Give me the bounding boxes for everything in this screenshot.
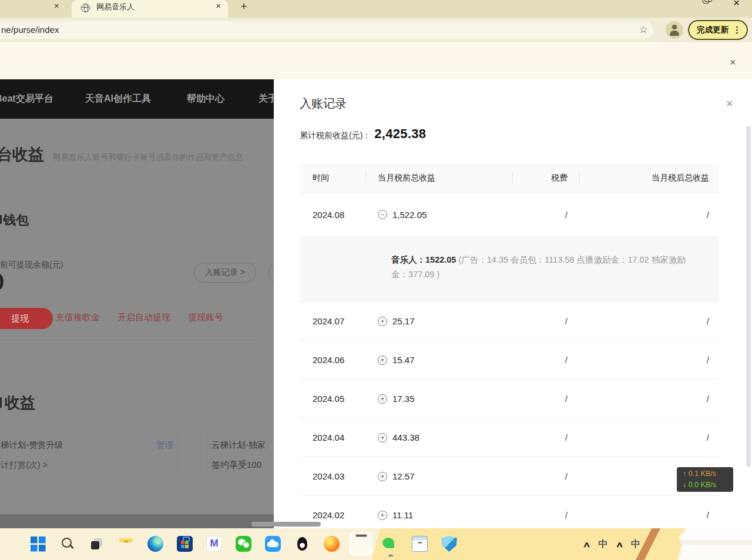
chrome-update-button[interactable]: 完成更新 ⋮ — [688, 20, 748, 40]
row-after-tax-value: / — [707, 432, 709, 442]
taskbar-icon-ms-store[interactable] — [177, 536, 193, 552]
table-row[interactable]: 2024.03+12.57// — [300, 457, 719, 496]
table-row[interactable]: 2024.06+15.47// — [300, 341, 719, 380]
taskbar-icon-task-view[interactable] — [89, 536, 105, 552]
close-icon[interactable]: × — [726, 97, 733, 110]
ime-indicator[interactable]: 中 — [599, 538, 608, 551]
wallpaper-highlight — [679, 528, 752, 560]
row-tax: / — [513, 341, 580, 379]
table-row[interactable]: 2024.04+443.38// — [300, 418, 719, 457]
income-records-button[interactable]: 入账记录 > — [194, 263, 256, 283]
bookmark-star-icon[interactable]: ☆ — [634, 21, 652, 39]
taskbar-icon-notepad[interactable] — [412, 536, 428, 552]
clipped-char-fragment — [0, 397, 2, 408]
row-amount: 443.38 — [392, 432, 419, 442]
taskbar-icon-search[interactable] — [59, 536, 75, 552]
tray-chevron-icon[interactable]: ∧ — [615, 540, 623, 549]
expand-icon[interactable]: + — [378, 433, 387, 442]
balance-value: 0 — [0, 270, 4, 295]
expand-icon[interactable]: + — [378, 511, 387, 520]
page-viewport: Beat交易平台天音AI创作工具帮助中心关于 台收益 网易音乐人账号和银行卡账号… — [0, 79, 752, 528]
collapse-icon[interactable]: − — [378, 210, 387, 219]
taskbar-icon-wecom[interactable] — [382, 536, 398, 552]
card-subtitle[interactable]: 计打赏(次) > — [1, 460, 48, 471]
balance-label: 前可提现余额(元) — [0, 260, 63, 270]
taskbar-icon-edge[interactable] — [147, 536, 163, 552]
row-after-tax: / — [580, 341, 719, 379]
total-income-value: 2,425.38 — [374, 126, 426, 142]
globe-favicon-icon — [81, 4, 90, 12]
card-title: 梯计划-赞赏升级 — [1, 440, 63, 451]
row-tax: / — [513, 457, 580, 495]
row-after-tax-value: / — [707, 510, 709, 520]
card-manage-link[interactable]: 管理 — [156, 440, 173, 451]
expand-icon[interactable]: + — [378, 356, 387, 365]
row-amount-cell: +443.38 — [366, 418, 513, 457]
nav-item-3[interactable]: 帮助中心 — [187, 93, 224, 105]
close-icon[interactable]: × — [54, 1, 59, 11]
table-row[interactable]: 2024.07+25.17// — [300, 302, 719, 341]
browser-infobar: × — [0, 42, 752, 79]
detail-lead: 音乐人：1522.05 — [391, 255, 458, 264]
taskbar-icon-baidu-netdisk[interactable] — [265, 536, 281, 552]
section-title: 台收益 — [0, 144, 44, 165]
browser-toolbar: ne/purse/index ☆ 完成更新 ⋮ — [0, 18, 752, 42]
update-label: 完成更新 — [697, 25, 728, 35]
wallet-link-3[interactable]: 提现账号 — [188, 312, 223, 323]
row-amount-cell: +25.17 — [366, 302, 513, 340]
row-expanded-detail: 音乐人：1522.05 (广告：14.35 会员包：1113.58 点播激励金：… — [300, 236, 719, 302]
window-close-button[interactable]: × — [733, 0, 740, 9]
card-subtitle[interactable]: 签约享受100 — [212, 460, 261, 471]
taskbar-icon-qq[interactable] — [294, 536, 310, 552]
row-tax: / — [513, 380, 580, 418]
download-speed: ↓ 0.0 KB/s — [683, 479, 733, 491]
close-icon[interactable]: × — [730, 56, 736, 69]
taskbar-icon-chrome[interactable] — [353, 536, 369, 552]
table-header: 时间当月税前总收益税费当月税后总收益 — [300, 163, 719, 193]
menu-dots-icon[interactable]: ⋮ — [733, 25, 741, 35]
profile-avatar[interactable] — [666, 21, 683, 39]
row-tax-value: / — [565, 394, 568, 404]
horizontal-scrollbar-thumb[interactable] — [251, 522, 321, 527]
clipped-pill-button[interactable] — [268, 263, 274, 283]
nav-item-1[interactable]: Beat交易平台 — [0, 93, 53, 105]
taskbar-icon-wechat[interactable] — [236, 536, 251, 552]
url-text: ne/purse/index — [1, 21, 59, 39]
system-tray: ∧中∧中 — [584, 528, 640, 560]
window-restore-button[interactable] — [703, 0, 709, 4]
address-bar[interactable]: ne/purse/index — [0, 21, 653, 39]
wallet-link-1[interactable]: 充值推歌金 — [56, 312, 100, 323]
wallet-link-2[interactable]: 开启自动提现 — [118, 312, 170, 323]
row-after-tax: / — [580, 302, 719, 340]
taskbar-icon-security-shield[interactable] — [441, 536, 457, 552]
taskbar-icon-marktext[interactable] — [206, 536, 222, 552]
table-row[interactable]: 2024.05+17.35// — [300, 380, 719, 418]
taskbar-icon-file-explorer[interactable] — [118, 536, 134, 552]
tray-chevron-icon[interactable]: ∧ — [583, 540, 591, 549]
expand-icon[interactable]: + — [378, 317, 387, 326]
browser-tab-active[interactable]: 网易音乐人 × — [72, 0, 228, 18]
expand-icon[interactable]: + — [378, 394, 387, 404]
row-tax: / — [513, 418, 580, 457]
vertical-scrollbar[interactable] — [746, 126, 751, 467]
new-tab-button[interactable]: + — [236, 0, 251, 14]
close-icon[interactable]: × — [216, 1, 221, 11]
table-row[interactable]: 2024.08−1,522.05// — [300, 193, 719, 236]
ime-indicator[interactable]: 中 — [631, 538, 640, 551]
nav-item-2[interactable]: 天音AI创作工具 — [85, 93, 151, 105]
row-after-tax: / — [580, 418, 719, 457]
column-header: 当月税前总收益 — [366, 163, 513, 192]
expand-icon[interactable]: + — [378, 472, 387, 481]
nav-item-4[interactable]: 关于 — [258, 93, 274, 105]
withdraw-button[interactable]: 提现 — [0, 308, 53, 329]
taskbar-icon-start[interactable] — [30, 536, 46, 552]
column-header: 税费 — [513, 163, 580, 192]
income-table: 时间当月税前总收益税费当月税后总收益 2024.08−1,522.05//音乐人… — [300, 163, 719, 535]
row-amount: 17.35 — [392, 394, 415, 404]
row-month: 2024.06 — [300, 341, 366, 379]
total-income-label: 累计税前收益(元)： — [300, 130, 371, 141]
wallet-title: 钱包 — [3, 212, 29, 229]
income-card: 梯计划-赞赏升级管理计打赏(次) > — [0, 431, 183, 480]
row-after-tax: / — [580, 193, 719, 236]
taskbar-icon-firefox[interactable] — [324, 536, 340, 552]
